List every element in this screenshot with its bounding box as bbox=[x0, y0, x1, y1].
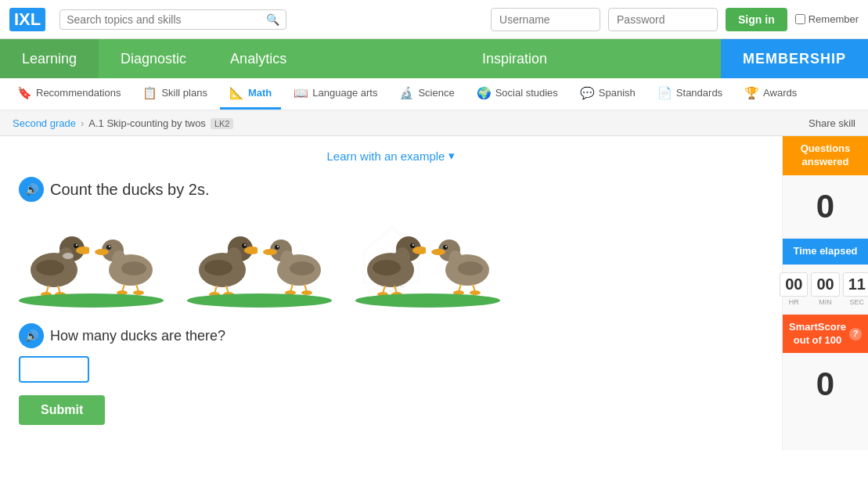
sub-nav-science-label: Science bbox=[418, 87, 454, 99]
sub-nav: 🔖 Recommendations 📋 Skill plans 📐 Math 📖… bbox=[0, 78, 868, 111]
svg-point-16 bbox=[106, 245, 111, 250]
svg-point-18 bbox=[121, 261, 146, 275]
math-icon: 📐 bbox=[229, 86, 244, 100]
learn-example-label: Learn with an example bbox=[327, 149, 445, 163]
remember-label: Remember bbox=[809, 13, 859, 25]
nav-item-inspiration[interactable]: Inspiration bbox=[460, 39, 569, 78]
svg-point-17 bbox=[109, 246, 110, 247]
submit-button[interactable]: Submit bbox=[19, 395, 105, 425]
question-text-2: How many ducks are there? bbox=[50, 328, 225, 344]
password-field[interactable] bbox=[608, 8, 718, 31]
username-field[interactable] bbox=[491, 8, 600, 31]
speaker-icon-1[interactable]: 🔊 bbox=[19, 177, 44, 202]
search-icon: 🔍 bbox=[266, 13, 279, 26]
svg-point-15 bbox=[95, 249, 109, 255]
sub-nav-math-label: Math bbox=[248, 87, 272, 99]
nav-item-analytics[interactable]: Analytics bbox=[208, 39, 308, 78]
sub-nav-social-studies-label: Social studies bbox=[495, 87, 558, 99]
nav-item-diagnostic[interactable]: Diagnostic bbox=[99, 39, 208, 78]
signin-button[interactable]: Sign in bbox=[726, 8, 787, 31]
topbar: IXL 🔍 Sign in Remember bbox=[0, 0, 868, 39]
sub-nav-awards[interactable]: 🏆 Awards bbox=[735, 78, 806, 110]
exercise-area: Learn with an example ▾ 🔊 Count the duck… bbox=[0, 136, 782, 450]
learn-example-button[interactable]: Learn with an example ▾ bbox=[327, 149, 456, 163]
remember-checkbox-area[interactable]: Remember bbox=[795, 13, 859, 25]
duck-2 bbox=[93, 211, 164, 297]
sub-nav-awards-label: Awards bbox=[763, 87, 797, 99]
sub-nav-math[interactable]: 📐 Math bbox=[220, 78, 281, 110]
nav-item-learning[interactable]: Learning bbox=[0, 39, 99, 78]
time-elapsed-box: Time elapsed bbox=[783, 239, 868, 265]
sub-nav-social-studies[interactable]: 🌍 Social studies bbox=[467, 78, 567, 110]
sub-nav-skill-plans[interactable]: 📋 Skill plans bbox=[133, 78, 217, 110]
standards-icon: 📄 bbox=[657, 86, 672, 100]
grass-2 bbox=[187, 293, 332, 308]
svg-point-30 bbox=[242, 243, 247, 248]
main-content: Learn with an example ▾ 🔊 Count the duck… bbox=[0, 136, 868, 450]
breadcrumb-current: A.1 Skip-counting by twos bbox=[88, 117, 206, 129]
ducks-row-2 bbox=[187, 211, 332, 297]
svg-point-64 bbox=[445, 246, 447, 247]
questions-count: 0 bbox=[783, 175, 868, 239]
awards-icon: 🏆 bbox=[744, 86, 759, 100]
timer-minutes: 00 MIN bbox=[811, 272, 839, 306]
sub-nav-recommendations[interactable]: 🔖 Recommendations bbox=[8, 78, 130, 110]
share-skill-button[interactable]: Share skill bbox=[809, 117, 855, 129]
svg-point-5 bbox=[76, 244, 77, 246]
sub-nav-spanish[interactable]: 💬 Spanish bbox=[571, 78, 645, 110]
language-arts-icon: 📖 bbox=[294, 86, 308, 100]
svg-point-43 bbox=[290, 261, 315, 275]
learn-example-chevron: ▾ bbox=[448, 149, 455, 163]
duck-4 bbox=[261, 211, 332, 297]
spanish-icon: 💬 bbox=[580, 86, 595, 100]
timer-hours: 00 HR bbox=[780, 272, 808, 306]
svg-point-52 bbox=[410, 243, 415, 248]
duck-6 bbox=[430, 211, 500, 297]
duck-group-1 bbox=[19, 211, 164, 308]
ducks-container: HOUSE T bbox=[19, 211, 763, 308]
questions-answered-box: Questions answered bbox=[783, 136, 868, 175]
learn-example-section: Learn with an example ▾ bbox=[19, 149, 763, 163]
sidebar: Questions answered 0 Time elapsed 00 HR … bbox=[782, 136, 868, 450]
speaker-icon-2[interactable]: 🔊 bbox=[19, 323, 44, 348]
svg-point-4 bbox=[74, 243, 78, 248]
svg-point-53 bbox=[412, 244, 414, 246]
svg-point-40 bbox=[263, 249, 277, 255]
grass-1 bbox=[19, 293, 164, 308]
svg-point-42 bbox=[277, 246, 279, 247]
social-studies-icon: 🌍 bbox=[477, 86, 492, 100]
timer-sec-value: 11 bbox=[843, 272, 868, 297]
logo-text: IXL bbox=[14, 9, 41, 30]
remember-checkbox[interactable] bbox=[795, 14, 805, 24]
logo[interactable]: IXL bbox=[9, 8, 45, 31]
smartscore-value: 0 bbox=[783, 353, 868, 416]
smartscore-box: SmartScore out of 100 ? bbox=[783, 315, 868, 354]
svg-point-11 bbox=[63, 253, 74, 259]
duck-5 bbox=[355, 211, 426, 297]
timer-min-label: MIN bbox=[819, 298, 832, 306]
recommendations-icon: 🔖 bbox=[17, 86, 32, 100]
sub-nav-skill-plans-label: Skill plans bbox=[161, 87, 207, 99]
smartscore-info-icon[interactable]: ? bbox=[849, 328, 862, 340]
timer-sec-label: SEC bbox=[849, 298, 864, 306]
breadcrumb: Second grade › A.1 Skip-counting by twos… bbox=[0, 111, 868, 136]
sub-nav-language-arts-label: Language arts bbox=[312, 87, 377, 99]
timer-hr-label: HR bbox=[789, 298, 799, 306]
duck-3 bbox=[187, 211, 258, 297]
sub-nav-language-arts[interactable]: 📖 Language arts bbox=[284, 78, 387, 110]
ducks-row-3 bbox=[355, 211, 500, 297]
svg-point-65 bbox=[458, 261, 483, 275]
sub-nav-standards[interactable]: 📄 Standards bbox=[648, 78, 732, 110]
search-input[interactable] bbox=[67, 13, 266, 26]
svg-point-62 bbox=[431, 249, 445, 255]
duck-group-2 bbox=[187, 211, 332, 308]
nav-item-membership[interactable]: MEMBERSHIP bbox=[721, 39, 868, 78]
svg-point-63 bbox=[443, 245, 448, 250]
duck-group-3 bbox=[355, 211, 500, 308]
skill-plans-icon: 📋 bbox=[142, 86, 157, 100]
question-text-1: Count the ducks by 2s. bbox=[50, 181, 209, 199]
breadcrumb-parent[interactable]: Second grade bbox=[13, 117, 76, 129]
answer-input[interactable] bbox=[19, 356, 89, 383]
svg-point-54 bbox=[373, 260, 401, 275]
sub-nav-science[interactable]: 🔬 Science bbox=[390, 78, 463, 110]
